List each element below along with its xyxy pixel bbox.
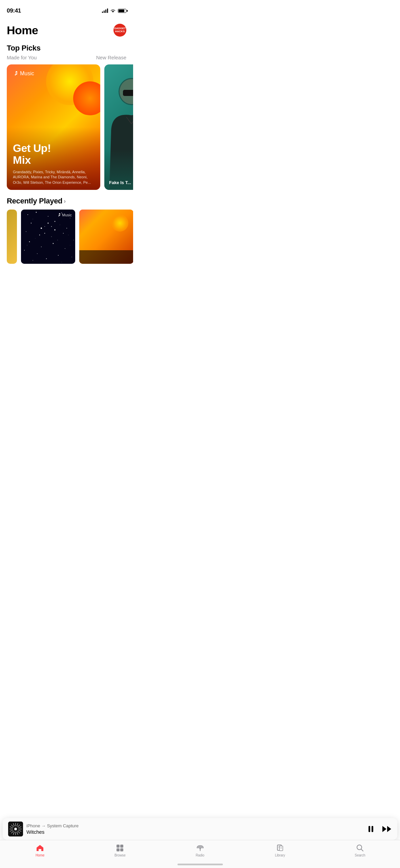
svg-point-22 xyxy=(65,248,65,249)
signal-icon xyxy=(102,9,108,13)
new-release-link[interactable]: New Release xyxy=(96,55,126,60)
recently-played-chevron: › xyxy=(64,198,66,205)
recent-card-partial[interactable] xyxy=(7,210,17,264)
top-picks-subtitle-row: Made for You New Release xyxy=(0,54,133,64)
recently-played-header[interactable]: Recently Played › xyxy=(0,190,133,210)
svg-point-13 xyxy=(66,228,67,229)
status-time: 09:41 xyxy=(7,7,21,14)
svg-point-29 xyxy=(48,223,49,224)
svg-point-40 xyxy=(33,260,33,261)
svg-point-16 xyxy=(51,236,52,237)
svg-point-9 xyxy=(70,218,70,218)
second-card-text: Fake Is T... xyxy=(109,180,133,185)
recent-cards-scroll: Music xyxy=(0,210,133,264)
recent-card-orange[interactable] xyxy=(79,210,133,264)
svg-point-36 xyxy=(57,240,58,240)
svg-point-17 xyxy=(63,233,64,234)
svg-point-30 xyxy=(54,229,56,231)
card-title-line2: Mix xyxy=(13,154,94,166)
status-icons xyxy=(102,9,126,13)
svg-point-33 xyxy=(33,219,33,219)
card-title-group: Get Up! Mix xyxy=(13,142,94,166)
svg-point-25 xyxy=(46,258,47,259)
page-title: Home xyxy=(7,24,38,37)
svg-point-11 xyxy=(44,226,45,227)
svg-rect-3 xyxy=(123,90,133,96)
svg-point-19 xyxy=(29,241,30,242)
stars-bg xyxy=(21,210,75,264)
apple-music-label: Music xyxy=(20,71,34,77)
svg-point-37 xyxy=(68,235,69,235)
wifi-icon xyxy=(110,9,116,13)
svg-point-18 xyxy=(73,240,73,240)
battery-icon xyxy=(118,9,126,13)
apple-music-badge-text: Music xyxy=(62,213,72,217)
card-artists: Grandaddy, Pixies, Tricky, Mïrändä, Anne… xyxy=(13,170,94,185)
svg-point-12 xyxy=(55,221,56,222)
svg-point-23 xyxy=(24,250,25,251)
page-header: Home GADGET HACKS xyxy=(0,17,133,40)
get-up-mix-card[interactable]: Music Get Up! Mix Grandaddy, Pixies, Tri… xyxy=(7,64,100,190)
avatar[interactable]: GADGET HACKS xyxy=(113,24,126,37)
top-picks-scroll: Music Get Up! Mix Grandaddy, Pixies, Tri… xyxy=(0,64,133,190)
svg-point-20 xyxy=(41,246,42,247)
svg-point-28 xyxy=(41,228,42,229)
recently-played-title: Recently Played xyxy=(7,197,62,205)
top-picks-title: Top Picks xyxy=(7,44,126,53)
new-release-card[interactable]: Fake Is T... xyxy=(104,64,133,190)
svg-point-35 xyxy=(35,238,36,239)
svg-point-38 xyxy=(27,245,27,245)
svg-point-41 xyxy=(61,262,62,262)
apple-music-logo: Music xyxy=(13,71,34,77)
svg-point-7 xyxy=(48,216,48,217)
svg-point-5 xyxy=(27,214,28,215)
svg-point-26 xyxy=(58,255,59,256)
avatar-text: GADGET HACKS xyxy=(114,27,126,33)
top-picks-header: Top Picks xyxy=(0,40,133,54)
status-bar: 09:41 xyxy=(0,0,133,17)
svg-rect-4 xyxy=(21,210,75,264)
svg-point-32 xyxy=(51,226,52,227)
svg-point-31 xyxy=(44,233,45,234)
svg-point-10 xyxy=(31,223,31,223)
top-picks-subtitle: Made for You xyxy=(7,55,37,60)
svg-point-15 xyxy=(39,235,40,235)
svg-point-39 xyxy=(70,245,70,245)
svg-point-21 xyxy=(53,243,54,244)
recent-card-starfield[interactable]: Music xyxy=(21,210,75,264)
apple-music-badge: Music xyxy=(57,213,72,217)
card-title-line1: Get Up! xyxy=(13,142,94,154)
svg-point-34 xyxy=(60,224,60,225)
svg-point-27 xyxy=(71,257,72,257)
svg-point-14 xyxy=(26,231,26,232)
svg-point-6 xyxy=(36,212,37,213)
svg-point-24 xyxy=(37,253,38,254)
